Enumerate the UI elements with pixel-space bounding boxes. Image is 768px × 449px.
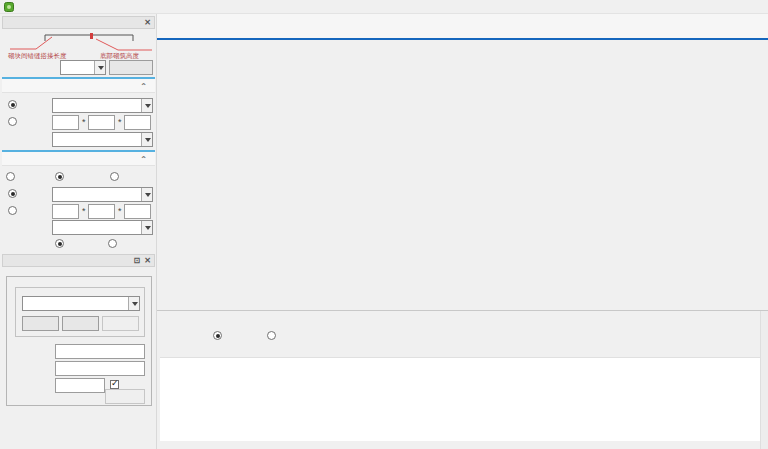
delete-button [102, 316, 139, 331]
joint-material-select[interactable] [52, 220, 153, 235]
body-custom-radio[interactable] [8, 117, 17, 126]
joint-none-radio[interactable] [6, 172, 15, 181]
quantity-table [160, 357, 760, 441]
joint-manual-radio[interactable] [110, 172, 119, 181]
close-icon[interactable]: ✕ [144, 255, 151, 266]
rename-button[interactable] [22, 316, 59, 331]
quantity-panel [157, 310, 768, 449]
section-joint-brick[interactable]: ⌃ [2, 152, 155, 166]
lay-tile-radio[interactable] [108, 239, 117, 248]
basic-params-header: ✕ [2, 16, 155, 29]
section-body-brick[interactable]: ⌃ [2, 79, 155, 93]
app-icon [4, 2, 14, 12]
chevron-down-icon [94, 61, 105, 74]
parameters-sidebar: ✕ 砌块间错缝搭接长度 底部砌筑高度 ⌃ * [0, 14, 157, 449]
purchase-qty-radio[interactable] [213, 331, 222, 340]
body-custom-length-field[interactable] [124, 115, 151, 130]
lay-auto-radio[interactable] [55, 239, 64, 248]
body-custom-height-field[interactable] [88, 115, 115, 130]
joint-auto-radio[interactable] [55, 172, 64, 181]
vertical-scrollbar[interactable] [760, 311, 768, 449]
by-wall-thickness-checkbox[interactable] [110, 380, 119, 389]
chevron-down-icon [141, 221, 152, 234]
apply-button [105, 389, 145, 404]
joint-custom-height-field[interactable] [88, 204, 115, 219]
body-specific-radio[interactable] [8, 100, 17, 109]
drawing-canvas[interactable] [157, 38, 768, 310]
diagram-label-right: 底部砌筑高度 [100, 52, 140, 60]
joint-specific-select[interactable] [52, 187, 153, 202]
parameter-diagram: 砌块间错缝搭接长度 底部砌筑高度 [0, 29, 157, 61]
actual-qty-radio[interactable] [267, 331, 276, 340]
joint-custom-length-field[interactable] [124, 204, 151, 219]
properties-header: ⊡✕ [2, 254, 155, 267]
wall-elevation-drawing [157, 40, 768, 310]
rect-hole-group [6, 276, 152, 406]
joint-custom-width-field[interactable] [52, 204, 79, 219]
component-select[interactable] [22, 296, 140, 311]
title-bar [0, 0, 768, 14]
component-group [15, 287, 145, 337]
body-custom-width-field[interactable] [52, 115, 79, 130]
body-specific-select[interactable] [52, 98, 153, 113]
collapse-icon[interactable]: ⌃ [140, 80, 147, 94]
joint-specific-radio[interactable] [8, 189, 17, 198]
chevron-down-icon [141, 133, 152, 146]
dock-icon[interactable]: ⊡ [134, 255, 141, 266]
joint-custom-radio[interactable] [8, 206, 17, 215]
hole-width-field[interactable] [55, 344, 145, 359]
save-as-template-button[interactable] [109, 60, 153, 75]
chevron-down-icon [128, 297, 139, 310]
chevron-down-icon [141, 188, 152, 201]
main-toolbar [157, 14, 768, 38]
hole-depth-field[interactable] [55, 378, 105, 393]
collapse-icon[interactable]: ⌃ [140, 153, 147, 167]
new-button[interactable] [62, 316, 99, 331]
hole-height-field[interactable] [55, 361, 145, 376]
body-material-select[interactable] [52, 132, 153, 147]
diagram-label-left: 砌块间错缝搭接长度 [8, 52, 67, 60]
chevron-down-icon [141, 99, 152, 112]
app-window: ✕ 砌块间错缝搭接长度 底部砌筑高度 ⌃ * [0, 0, 768, 449]
main-template-select[interactable] [60, 60, 106, 75]
close-icon[interactable]: ✕ [144, 17, 151, 28]
